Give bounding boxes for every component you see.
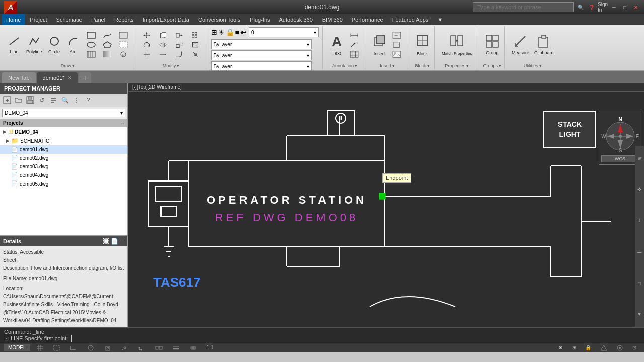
- model-btn[interactable]: MODEL: [4, 344, 30, 351]
- fillet-btn[interactable]: [172, 50, 187, 59]
- attdef-btn[interactable]: [389, 31, 405, 40]
- measure-btn[interactable]: Measure: [510, 30, 531, 60]
- annotation-label[interactable]: Annotation ▾: [332, 63, 357, 68]
- gradient-btn[interactable]: [100, 50, 115, 59]
- rotate-btn[interactable]: [139, 40, 154, 49]
- menu-featured[interactable]: Featured Apps: [388, 14, 433, 25]
- layer-prev-icon[interactable]: ↩: [240, 28, 247, 36]
- scroll-down-btn[interactable]: ▼: [637, 311, 642, 317]
- image-btn[interactable]: [389, 50, 405, 59]
- menu-bim360[interactable]: BIM 360: [318, 14, 347, 25]
- color-dropdown[interactable]: ByLayer ▾: [211, 39, 312, 49]
- zoom-window-btn[interactable]: □: [638, 281, 641, 286]
- circle-btn[interactable]: Circle: [45, 30, 63, 60]
- wipeout-btn[interactable]: [116, 40, 131, 49]
- clipboard-btn[interactable]: Clipboard: [532, 30, 556, 60]
- dyn-btn[interactable]: [152, 344, 166, 352]
- line-btn[interactable]: Line: [5, 30, 23, 60]
- tree-demo03[interactable]: 📄 demo03.dwg: [0, 162, 127, 171]
- zoom-out-btn[interactable]: ─: [637, 249, 642, 256]
- layer-freeze-icon[interactable]: ☀: [218, 28, 225, 36]
- array-btn[interactable]: [188, 31, 203, 40]
- stretch-btn[interactable]: [172, 31, 187, 40]
- zoom-extent-btn[interactable]: ⊕: [637, 157, 642, 161]
- lineweight-btn[interactable]: [169, 344, 183, 352]
- sidebar-open-btn[interactable]: [14, 95, 24, 105]
- details-collapse-btn[interactable]: ─: [120, 238, 124, 245]
- menu-options[interactable]: ▼: [433, 14, 447, 25]
- layer-lock-icon[interactable]: 🔒: [226, 28, 234, 36]
- rect-btn[interactable]: [84, 31, 99, 40]
- hardware-accel-btn[interactable]: [597, 344, 611, 352]
- tree-schematic[interactable]: ▶ 📁 SCHEMATIC: [0, 136, 127, 145]
- sidebar-save-btn[interactable]: [25, 95, 35, 105]
- menu-import-export[interactable]: Import/Export Data: [139, 14, 193, 25]
- extend-btn[interactable]: [155, 50, 171, 59]
- canvas-area[interactable]: [-][Top][2D Wireframe] OPERATOR STATION …: [128, 83, 644, 327]
- tree-demo04-file[interactable]: 📄 demo04.dwg: [0, 171, 127, 179]
- menu-performance[interactable]: Performance: [348, 14, 387, 25]
- transparency-btn[interactable]: [186, 344, 200, 352]
- polar-btn[interactable]: [84, 344, 98, 352]
- move-btn[interactable]: [139, 31, 154, 40]
- search-icon[interactable]: 🔍: [577, 3, 585, 11]
- table-btn[interactable]: [347, 50, 362, 59]
- customize-btn[interactable]: ⚙: [555, 344, 567, 351]
- sidebar-find-btn[interactable]: 🔍: [60, 95, 70, 105]
- menu-project[interactable]: Project: [26, 14, 51, 25]
- dimension-btn[interactable]: [347, 31, 362, 40]
- menu-a360[interactable]: Autodesk 360: [275, 14, 317, 25]
- utilities-label[interactable]: Utilities ▾: [524, 63, 542, 68]
- snap-btn[interactable]: [49, 344, 63, 352]
- details-icon1[interactable]: 🖼: [103, 238, 109, 245]
- menu-reports[interactable]: Reports: [110, 14, 138, 25]
- tab-new-tab[interactable]: New Tab: [2, 72, 36, 83]
- groups-label[interactable]: Groups ▾: [482, 63, 501, 68]
- tree-demo04[interactable]: ▶ ⊞ DEMO_04: [0, 127, 127, 136]
- properties-label[interactable]: Properties ▾: [445, 63, 469, 68]
- tab-add-btn[interactable]: +: [79, 72, 91, 83]
- menu-home[interactable]: Home: [2, 14, 25, 25]
- ortho-btn[interactable]: [66, 344, 80, 352]
- menu-schematic[interactable]: Schematic: [52, 14, 86, 25]
- layer-color-icon[interactable]: ■: [235, 28, 239, 36]
- ellipse-btn[interactable]: [84, 40, 99, 49]
- tab-close-icon[interactable]: ✕: [68, 75, 72, 80]
- scale-btn[interactable]: [172, 40, 187, 49]
- menu-conversion[interactable]: Conversion Tools: [194, 14, 245, 25]
- block-btn[interactable]: Block: [413, 30, 431, 60]
- sidebar-refresh-btn[interactable]: ↺: [37, 95, 47, 105]
- search-input[interactable]: [473, 2, 574, 12]
- linetype-dropdown[interactable]: ByLayer ▾: [211, 50, 312, 60]
- tab-demo01[interactable]: demo01* ✕: [37, 72, 78, 83]
- menu-plugins[interactable]: Plug-Ins: [246, 14, 274, 25]
- isolate-btn[interactable]: [613, 344, 627, 352]
- scale-ratio-btn[interactable]: 1:1: [203, 344, 217, 351]
- leader-btn[interactable]: [347, 40, 362, 49]
- arc-btn[interactable]: Arc: [64, 30, 83, 60]
- close-btn[interactable]: ✕: [632, 3, 640, 11]
- draw-label[interactable]: Draw ▾: [61, 63, 75, 68]
- offset-btn[interactable]: [188, 40, 203, 49]
- group-btn[interactable]: Group: [483, 30, 501, 60]
- explode-btn[interactable]: [188, 50, 203, 59]
- sidebar-more-btn[interactable]: ⋮: [71, 95, 82, 105]
- polygon-btn[interactable]: [100, 40, 115, 49]
- lock-ui-btn[interactable]: 🔒: [582, 344, 595, 351]
- block-group-label[interactable]: Block ▾: [415, 63, 429, 68]
- text-btn[interactable]: A Text: [328, 30, 346, 60]
- help-icon[interactable]: ❓: [588, 3, 596, 11]
- trim-btn[interactable]: [139, 50, 154, 59]
- maximize-btn[interactable]: □: [621, 3, 629, 11]
- mirror-btn[interactable]: [155, 40, 171, 49]
- projects-header[interactable]: Projects ─: [0, 119, 127, 127]
- minimize-btn[interactable]: ─: [610, 3, 618, 11]
- fullscreen-btn[interactable]: ⊡: [629, 344, 640, 351]
- zoom-in-btn[interactable]: +: [637, 217, 641, 224]
- grid-btn[interactable]: [33, 344, 46, 352]
- modify-label[interactable]: Modify ▾: [163, 63, 180, 68]
- region-btn[interactable]: [116, 31, 131, 40]
- insert-btn[interactable]: Insert: [370, 30, 388, 60]
- copy-btn[interactable]: [155, 31, 171, 40]
- details-icon2[interactable]: 📄: [111, 238, 118, 245]
